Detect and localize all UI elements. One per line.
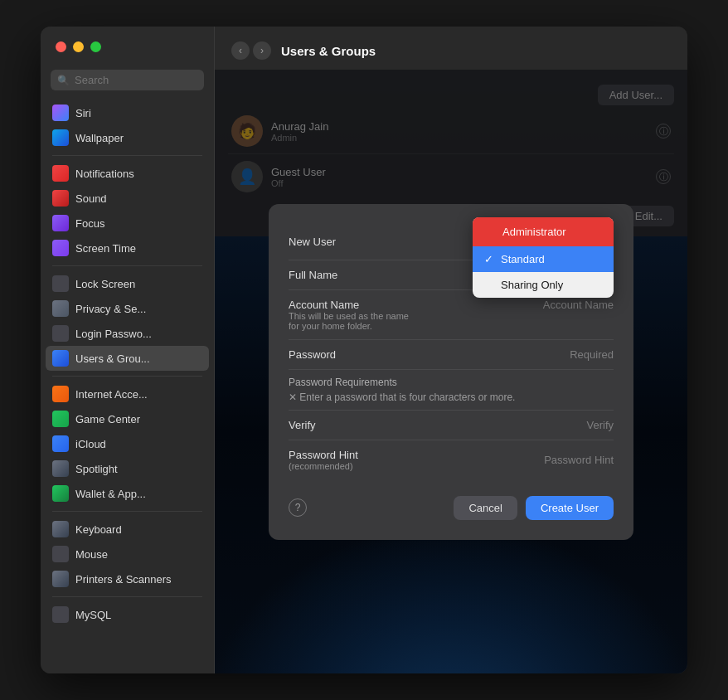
user-type-dropdown-popup: Administrator ✓ Standard Sharing Only	[473, 217, 614, 298]
sidebar-item-siri[interactable]: Siri	[46, 100, 209, 125]
sidebar-item-notifications[interactable]: Notifications	[46, 161, 209, 186]
new-user-label: New User	[289, 236, 421, 248]
main-window: 🔍 Siri Wallpaper Notifications Sound	[41, 27, 687, 673]
sidebar-item-label: Sound	[75, 192, 107, 205]
verify-label: Verify	[289, 419, 421, 431]
sidebar-item-mysql[interactable]: MySQL	[46, 602, 209, 627]
page-title: Users & Groups	[281, 44, 376, 58]
internet-icon	[52, 386, 69, 402]
account-name-label: Account Name	[289, 299, 421, 311]
footer-buttons: Cancel Create User	[454, 496, 614, 520]
divider-2	[52, 265, 202, 266]
sidebar-item-privacy[interactable]: Privacy & Se...	[46, 296, 209, 321]
sidebar-item-label: Privacy & Se...	[75, 303, 146, 315]
hint-value: Password Hint	[421, 454, 614, 466]
sidebar-items: Siri Wallpaper Notifications Sound Focus	[41, 100, 214, 673]
sidebar-item-label: MySQL	[75, 609, 111, 621]
sidebar-item-label: Lock Screen	[75, 278, 135, 290]
sidebar-item-loginpw[interactable]: Login Passwo...	[46, 321, 209, 346]
gamecenter-icon	[52, 411, 69, 427]
sidebar-item-label: Wallpaper	[75, 132, 124, 144]
loginpw-icon	[52, 325, 69, 342]
sidebar-item-internet[interactable]: Internet Acce...	[46, 382, 209, 406]
search-icon: 🔍	[57, 75, 70, 86]
dropdown-label-standard: Standard	[501, 253, 545, 265]
focus-icon	[52, 215, 69, 231]
sidebar-item-label: Login Passwo...	[75, 328, 152, 340]
wallpaper-icon	[52, 129, 69, 146]
siri-icon	[52, 105, 69, 121]
sidebar-item-screentime[interactable]: Screen Time	[46, 236, 209, 260]
sidebar-item-gamecenter[interactable]: Game Center	[46, 406, 209, 431]
new-user-row: New User Standard ▾ Administrator	[289, 224, 614, 260]
minimize-button[interactable]	[73, 41, 84, 52]
account-name-value: Account Name	[421, 299, 614, 311]
req-title: Password Requirements	[289, 377, 614, 388]
dropdown-item-sharing[interactable]: Sharing Only	[473, 272, 614, 298]
verify-value: Verify	[421, 419, 614, 431]
nav-buttons: ‹ ›	[231, 41, 271, 60]
sidebar-item-label: Printers & Scanners	[75, 573, 172, 586]
password-value: Required	[421, 348, 614, 361]
sidebar-item-label: Mouse	[75, 548, 108, 561]
maximize-button[interactable]	[90, 41, 101, 52]
sidebar-item-users[interactable]: Users & Grou...	[46, 346, 209, 371]
mouse-icon	[52, 546, 69, 562]
help-button[interactable]: ?	[289, 498, 307, 517]
cancel-button[interactable]: Cancel	[454, 496, 517, 520]
privacy-icon	[52, 300, 69, 317]
main-content: ‹ › Users & Groups Add User... 🧑 Anurag …	[215, 27, 687, 673]
sidebar-item-label: Siri	[75, 107, 91, 119]
sidebar-item-keyboard[interactable]: Keyboard	[46, 517, 209, 542]
dialog-overlay: New User Standard ▾ Administrator	[215, 70, 687, 673]
dropdown-item-standard[interactable]: ✓ Standard	[473, 246, 614, 272]
sidebar-item-label: Wallet & App...	[75, 488, 146, 500]
password-label: Password	[289, 348, 421, 361]
back-button[interactable]: ‹	[231, 41, 250, 60]
search-input[interactable]	[75, 74, 197, 86]
sidebar-item-icloud[interactable]: iCloud	[46, 431, 209, 456]
icloud-icon	[52, 435, 69, 452]
sidebar-item-label: Spotlight	[75, 463, 118, 475]
forward-button[interactable]: ›	[253, 41, 271, 60]
sidebar-item-label: Notifications	[75, 168, 134, 180]
divider-3	[52, 376, 202, 377]
mysql-icon	[52, 606, 69, 623]
lockscreen-icon	[52, 275, 69, 292]
sidebar-item-wallpaper[interactable]: Wallpaper	[46, 125, 209, 150]
sidebar-item-label: Game Center	[75, 413, 140, 425]
divider-4	[52, 511, 202, 512]
background-area: Add User... 🧑 Anurag Jain Admin ⓘ 👤 Gues…	[215, 70, 687, 673]
search-box[interactable]: 🔍	[51, 70, 204, 90]
sidebar-item-label: Internet Acce...	[75, 388, 148, 401]
hint-label: Password Hint	[289, 449, 421, 461]
printers-icon	[52, 571, 69, 587]
create-user-dialog: New User Standard ▾ Administrator	[269, 204, 633, 540]
sidebar-item-mouse[interactable]: Mouse	[46, 542, 209, 566]
sidebar-item-printers[interactable]: Printers & Scanners	[46, 566, 209, 591]
close-button[interactable]	[56, 41, 66, 52]
full-name-label: Full Name	[289, 269, 421, 281]
dropdown-item-administrator[interactable]: Administrator	[473, 217, 614, 246]
screentime-icon	[52, 240, 69, 256]
sidebar-item-lockscreen[interactable]: Lock Screen	[46, 271, 209, 296]
req-item: ✕ Enter a password that is four characte…	[289, 391, 614, 403]
dropdown-label-administrator: Administrator	[502, 226, 566, 238]
account-name-row: Account Name This will be used as the na…	[289, 290, 614, 340]
check-mark-standard: ✓	[484, 253, 496, 265]
sidebar-item-label: Users & Grou...	[75, 352, 150, 365]
sidebar-item-wallet[interactable]: Wallet & App...	[46, 481, 209, 506]
divider-1	[52, 155, 202, 156]
sound-icon	[52, 190, 69, 207]
sidebar: 🔍 Siri Wallpaper Notifications Sound	[41, 27, 215, 673]
users-icon	[52, 350, 69, 367]
account-name-sub: This will be used as the name for your h…	[289, 311, 421, 331]
dropdown-label-sharing: Sharing Only	[501, 279, 563, 291]
sidebar-item-spotlight[interactable]: Spotlight	[46, 456, 209, 481]
sidebar-item-label: Focus	[75, 217, 104, 230]
sidebar-item-label: iCloud	[75, 438, 106, 450]
create-user-button[interactable]: Create User	[526, 496, 614, 520]
wallet-icon	[52, 485, 69, 502]
sidebar-item-sound[interactable]: Sound	[46, 186, 209, 211]
sidebar-item-focus[interactable]: Focus	[46, 211, 209, 236]
